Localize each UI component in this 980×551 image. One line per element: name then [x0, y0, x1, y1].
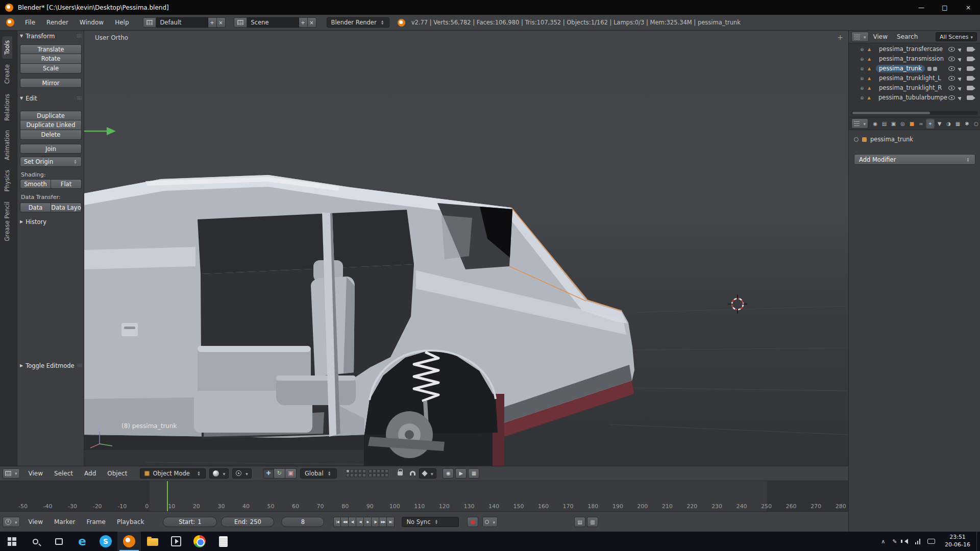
scale-manipulator-icon[interactable]: ▣ — [285, 468, 297, 479]
translate-manipulator-icon[interactable]: ✚ — [263, 468, 274, 479]
main-menu-item[interactable]: File — [19, 15, 41, 30]
object-name[interactable]: pessima_tubularbumpe — [875, 94, 948, 102]
visibility-eye-icon[interactable] — [948, 47, 955, 52]
render-still-icon[interactable]: ◉ — [443, 468, 454, 479]
add-scene-button[interactable]: + — [299, 17, 308, 28]
tray-keyboard-icon[interactable] — [924, 532, 939, 551]
pivot-center-dropdown[interactable] — [232, 468, 252, 479]
grid-snap-icon[interactable]: ▦ — [468, 468, 479, 479]
prev-keyframe-icon[interactable]: ▤ — [574, 517, 585, 527]
properties-tab-icon[interactable]: ▼ — [935, 118, 944, 129]
tray-volume-icon[interactable] — [901, 532, 912, 551]
snap-element-dropdown[interactable] — [419, 468, 437, 479]
outliner-filter-dropdown[interactable]: All Scenes — [936, 32, 977, 41]
tool-shelf-tab[interactable]: Create — [2, 60, 12, 88]
expand-icon[interactable]: ⊕ — [860, 47, 868, 52]
set-origin-dropdown[interactable]: Set Origin — [20, 157, 82, 167]
visibility-eye-icon[interactable] — [948, 57, 955, 61]
renderable-camera-icon[interactable] — [967, 86, 973, 90]
taskbar-search-button[interactable] — [23, 532, 47, 551]
properties-tab-icon[interactable]: ∞ — [917, 118, 925, 129]
renderable-camera-icon[interactable] — [967, 76, 973, 81]
expand-icon[interactable]: ⊕ — [860, 57, 868, 62]
renderable-camera-icon[interactable] — [967, 95, 973, 100]
editor-type-button[interactable] — [851, 32, 869, 42]
lock-to-scene-icon[interactable] — [398, 471, 403, 475]
transform-panel-header[interactable]: ▼ Transform ⠿⠿ — [20, 32, 82, 40]
outliner-item-row[interactable]: ⊕ ▲ pessima_trunk — [849, 64, 980, 73]
playback-button[interactable]: ▶| — [387, 517, 395, 527]
transform-orientation-dropdown[interactable]: Global — [300, 468, 337, 479]
properties-tab-icon[interactable]: ▤ — [880, 118, 889, 129]
record-button[interactable] — [467, 517, 478, 527]
shade-flat-button[interactable]: Flat — [51, 179, 82, 189]
outliner-item-row[interactable]: ⊕ ▲ pessima_trunklight_L — [849, 73, 980, 83]
outliner-horizontal-scrollbar[interactable] — [851, 111, 978, 115]
playback-button[interactable]: ◀◀ — [341, 517, 349, 527]
show-desktop-button[interactable] — [976, 532, 980, 551]
editor-type-button[interactable] — [3, 517, 20, 527]
translate-button[interactable]: Translate — [20, 44, 82, 54]
start-frame-field[interactable]: Start: 1 — [163, 517, 217, 527]
tray-network-icon[interactable] — [912, 532, 924, 551]
layout-name-field[interactable]: Default — [156, 17, 208, 28]
start-button[interactable] — [0, 532, 23, 551]
tool-shelf-tab[interactable]: Grease Pencil — [2, 197, 12, 245]
playback-button[interactable]: ▶▶ — [379, 517, 387, 527]
selectable-cursor-icon[interactable] — [958, 57, 963, 62]
duplicate-button[interactable]: Duplicate — [20, 111, 82, 120]
tool-shelf-tab[interactable]: Animation — [2, 126, 12, 164]
outliner-menu-item[interactable]: Search — [892, 31, 922, 43]
properties-tab-icon[interactable]: ◎ — [898, 118, 907, 129]
mirror-button[interactable]: Mirror — [20, 78, 82, 88]
renderable-camera-icon[interactable] — [967, 57, 973, 61]
properties-tab-icon[interactable]: ◉ — [871, 118, 879, 129]
properties-tab-icon[interactable]: ◑ — [944, 118, 953, 129]
properties-tab-icon[interactable]: ✦ — [926, 118, 935, 129]
duplicate-linked-button[interactable]: Duplicate Linked — [20, 120, 82, 130]
next-keyframe-icon[interactable]: ▥ — [587, 517, 598, 527]
expand-icon[interactable]: ⊕ — [860, 66, 868, 71]
outliner-menu-item[interactable]: View — [869, 31, 892, 43]
tool-shelf-tab[interactable]: Tools — [2, 36, 12, 59]
playback-button[interactable]: |◀ — [333, 517, 341, 527]
object-name[interactable]: pessima_trunklight_L — [876, 74, 944, 82]
panel-grip-icon[interactable]: ⠿⠿ — [77, 363, 82, 368]
main-menu-item[interactable]: Window — [74, 15, 109, 30]
car-model-render[interactable]: z — [84, 31, 847, 466]
interaction-mode-dropdown[interactable]: Object Mode — [140, 468, 205, 479]
timeline-menu-item[interactable]: Frame — [81, 512, 111, 532]
outliner-item-row[interactable]: ⊕ ▲ pessima_transfercase — [849, 44, 980, 54]
visibility-eye-icon[interactable] — [948, 86, 955, 90]
selectable-cursor-icon[interactable] — [958, 47, 963, 52]
blender-menu-icon[interactable] — [6, 18, 14, 27]
properties-tab-icon[interactable]: ▣ — [889, 118, 898, 129]
selectable-cursor-icon[interactable] — [958, 86, 963, 91]
main-menu-item[interactable]: Help — [109, 15, 134, 30]
selectable-cursor-icon[interactable] — [958, 76, 963, 81]
current-frame-field[interactable]: 8 — [281, 517, 324, 527]
properties-tab-icon[interactable]: ○ — [972, 118, 980, 129]
close-button[interactable]: × — [957, 0, 980, 15]
chrome-app-button[interactable] — [188, 532, 211, 551]
scrollbar-thumb[interactable] — [852, 112, 930, 114]
task-view-button[interactable] — [47, 532, 70, 551]
playback-button[interactable]: ▶ — [364, 517, 372, 527]
file-explorer-button[interactable] — [141, 532, 164, 551]
notes-app-button[interactable] — [211, 532, 235, 551]
panel-grip-icon[interactable]: ⠿⠿ — [77, 96, 81, 101]
viewport-menu-item[interactable]: View — [23, 466, 48, 480]
properties-tab-icon[interactable]: ✱ — [963, 118, 971, 129]
minimize-button[interactable]: — — [910, 0, 933, 15]
playback-button[interactable]: ◀| — [349, 517, 356, 527]
timeline-ruler[interactable]: -50 -40 -30 -20 -10 0 10 20 30 40 50 — [0, 481, 848, 512]
add-layout-button[interactable]: + — [208, 17, 217, 28]
timeline-menu-item[interactable]: Playback — [111, 512, 150, 532]
current-frame-indicator[interactable] — [167, 481, 168, 511]
expand-icon[interactable]: ⊕ — [860, 76, 868, 81]
skype-app-button[interactable]: S — [94, 532, 117, 551]
delete-button[interactable]: Delete — [20, 130, 82, 140]
visibility-eye-icon[interactable] — [948, 66, 955, 71]
object-name[interactable]: pessima_trunklight_R — [876, 84, 945, 92]
scene-browse-button[interactable] — [234, 17, 247, 28]
